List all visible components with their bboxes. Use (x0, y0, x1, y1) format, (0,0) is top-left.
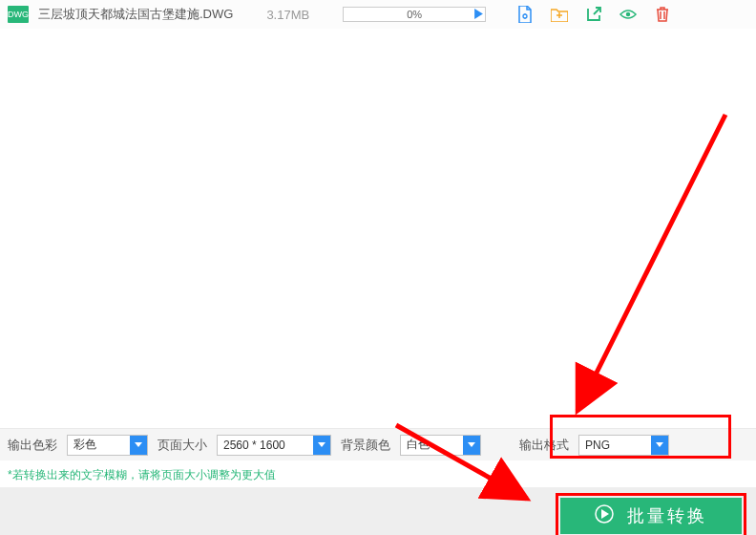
play-icon[interactable] (474, 9, 483, 21)
batch-convert-button[interactable]: 批量转换 (560, 498, 742, 534)
export-icon[interactable] (585, 6, 602, 23)
output-color-value: 彩色 (74, 437, 96, 453)
file-row: DWG 三层坡顶天都城法国古堡建施.DWG 3.17MB 0% (0, 0, 756, 29)
eye-icon[interactable] (620, 6, 637, 23)
output-format-select[interactable]: PNG (578, 435, 669, 456)
hint-text: *若转换出来的文字模糊，请将页面大小调整为更大值 (8, 467, 276, 483)
trash-icon[interactable] (654, 6, 671, 23)
bg-color-label: 背景颜色 (341, 437, 390, 454)
bg-color-value: 白色 (407, 437, 430, 453)
annotation-box: 批量转换 (556, 493, 746, 535)
preview-area (0, 29, 756, 428)
bottom-bar: 批量转换 (0, 487, 756, 535)
batch-convert-label: 批量转换 (627, 504, 707, 527)
dwg-badge: DWG (8, 6, 29, 23)
page-size-select[interactable]: 2560 * 1600 (217, 435, 331, 456)
output-format-value: PNG (585, 439, 610, 452)
chevron-down-icon (313, 436, 330, 455)
progress-bar: 0% (343, 7, 486, 22)
file-name: 三层坡顶天都城法国古堡建施.DWG (38, 6, 233, 23)
svg-point-1 (626, 12, 631, 17)
hint-bar: *若转换出来的文字模糊，请将页面大小调整为更大值 (0, 460, 756, 489)
document-icon[interactable] (516, 6, 534, 23)
page-size-value: 2560 * 1600 (223, 439, 285, 452)
page-size-label: 页面大小 (158, 437, 207, 454)
play-circle-icon (595, 504, 614, 528)
folder-icon[interactable] (551, 6, 568, 23)
output-format-label: 输出格式 (519, 437, 569, 454)
output-color-select[interactable]: 彩色 (67, 435, 148, 456)
file-size: 3.17MB (266, 8, 309, 22)
bg-color-select[interactable]: 白色 (400, 435, 481, 456)
progress-text: 0% (407, 9, 422, 20)
chevron-down-icon (130, 436, 147, 455)
svg-point-0 (523, 14, 527, 18)
chevron-down-icon (651, 436, 668, 455)
chevron-down-icon (463, 436, 480, 455)
options-bar: 输出色彩 彩色 页面大小 2560 * 1600 背景颜色 白色 输出格式 PN… (0, 428, 756, 460)
toolbar-icons (516, 6, 671, 23)
output-color-label: 输出色彩 (8, 437, 57, 454)
